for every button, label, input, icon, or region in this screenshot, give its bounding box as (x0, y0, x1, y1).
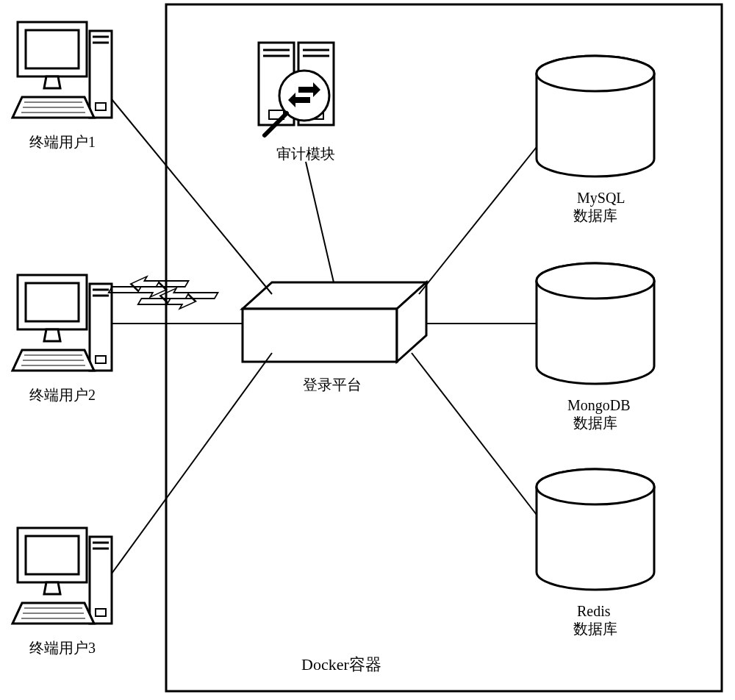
svg-rect-5 (96, 103, 106, 110)
svg-line-47 (419, 147, 537, 294)
database-mongodb-icon (537, 263, 654, 384)
db-mysql-sub: 数据库 (573, 206, 617, 225)
terminal-user-2-label: 终端用户2 (29, 385, 96, 404)
terminal-user-1 (12, 22, 112, 118)
svg-line-46 (112, 353, 272, 574)
svg-rect-14 (96, 356, 106, 363)
terminal-user-2 (12, 275, 112, 371)
database-redis-icon (537, 469, 654, 590)
svg-rect-1 (26, 30, 79, 68)
db-mysql-name: MySQL (577, 188, 621, 207)
audit-module-label: 审计模块 (276, 144, 335, 163)
login-platform-icon (106, 276, 426, 362)
svg-line-49 (412, 353, 537, 515)
docker-container-label: Docker容器 (301, 654, 381, 676)
database-mysql-icon (537, 56, 654, 176)
svg-point-38 (537, 56, 654, 91)
svg-point-42 (537, 469, 654, 504)
db-mongodb-sub: 数据库 (573, 413, 617, 432)
db-redis-name: Redis (577, 601, 611, 621)
login-platform-label: 登录平台 (303, 375, 362, 394)
svg-rect-19 (26, 536, 79, 574)
terminal-user-1-label: 终端用户1 (29, 132, 96, 151)
db-redis-sub: 数据库 (573, 619, 617, 638)
terminal-user-3-label: 终端用户3 (29, 638, 96, 657)
terminal-user-3 (12, 528, 112, 624)
svg-point-40 (537, 263, 654, 299)
db-mongodb-name: MongoDB (567, 396, 631, 415)
svg-line-44 (112, 99, 272, 294)
svg-rect-23 (96, 609, 106, 616)
svg-rect-10 (26, 283, 79, 321)
svg-line-43 (306, 162, 334, 282)
audit-module-icon (259, 43, 334, 135)
